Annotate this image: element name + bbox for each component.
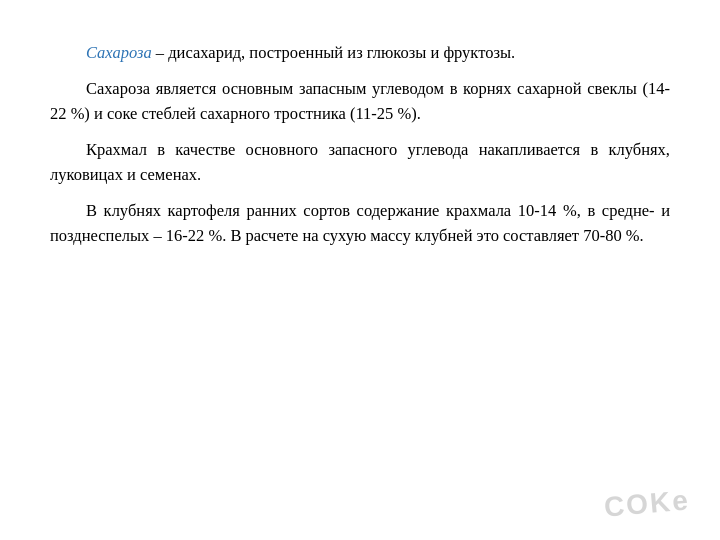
- slide-container: Сахароза – дисахарид, построенный из глю…: [0, 0, 720, 540]
- paragraph-3: Крахмал в качестве основного запасного у…: [50, 137, 670, 188]
- paragraph-2: Сахароза является основным запасным угле…: [50, 76, 670, 127]
- paragraph-4: В клубнях картофеля ранних сортов содерж…: [50, 198, 670, 249]
- watermark: COKe: [603, 484, 691, 523]
- highlighted-word: Сахароза: [86, 43, 152, 62]
- paragraph-1: Сахароза – дисахарид, построенный из глю…: [50, 40, 670, 66]
- paragraph-1-text: – дисахарид, построенный из глюкозы и фр…: [152, 43, 515, 62]
- content-area: Сахароза – дисахарид, построенный из глю…: [50, 40, 670, 249]
